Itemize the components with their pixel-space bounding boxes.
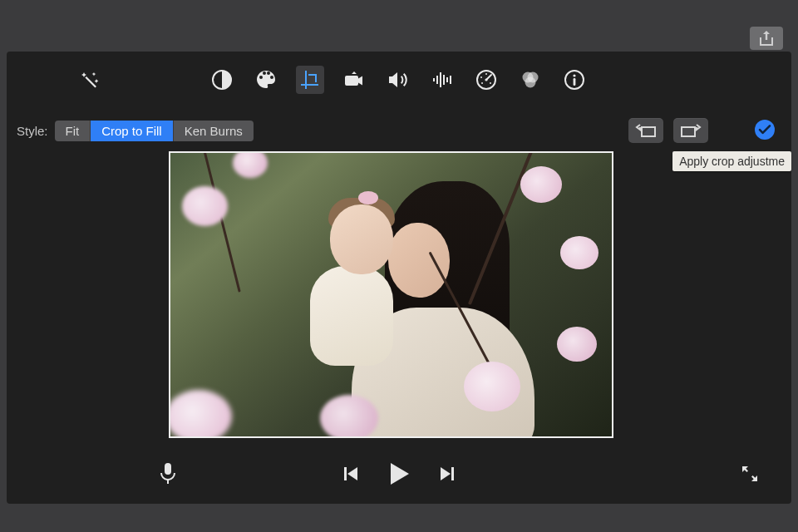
svg-rect-12 (574, 78, 576, 86)
svg-point-5 (490, 82, 491, 84)
style-segmented-control[interactable]: Fit Crop to Fill Ken Burns (55, 121, 254, 141)
color-filters-button[interactable] (516, 66, 544, 94)
video-camera-icon (344, 71, 364, 89)
inspector-panel: Style: Fit Crop to Fill Ken Burns Apply … (7, 52, 791, 504)
svg-rect-13 (642, 127, 655, 136)
voiceover-button[interactable] (160, 462, 176, 489)
equalizer-icon (431, 71, 453, 89)
preview-image (170, 153, 612, 436)
expand-icon (740, 464, 760, 484)
svg-point-6 (485, 73, 487, 75)
crop-button[interactable] (296, 66, 324, 94)
rotate-controls (628, 118, 708, 143)
playback-bar (7, 457, 791, 494)
svg-point-2 (485, 78, 487, 81)
share-icon (759, 30, 774, 47)
checkmark-circle-icon (754, 119, 776, 140)
speed-button[interactable] (472, 66, 500, 94)
svg-rect-16 (165, 463, 171, 475)
skip-forward-icon (439, 465, 457, 483)
auto-enhance-button[interactable] (78, 68, 101, 91)
magic-wand-icon (80, 70, 100, 90)
apply-crop-tooltip: Apply crop adjustme (672, 151, 791, 171)
style-label: Style: (17, 124, 48, 138)
speaker-icon (387, 71, 409, 89)
color-correction-button[interactable] (252, 66, 280, 94)
skip-back-icon (341, 465, 359, 483)
style-option-crop-to-fill[interactable]: Crop to Fill (91, 121, 174, 141)
speedometer-icon (475, 69, 497, 91)
preview-viewer[interactable] (169, 151, 613, 438)
play-button[interactable] (387, 461, 411, 490)
style-option-ken-burns[interactable]: Ken Burns (174, 121, 254, 141)
adjustment-toolbar (7, 62, 791, 98)
style-option-fit[interactable]: Fit (55, 121, 91, 141)
svg-rect-14 (682, 127, 695, 136)
volume-button[interactable] (384, 66, 412, 94)
previous-button[interactable] (341, 465, 359, 486)
play-icon (387, 461, 411, 486)
rotate-cw-icon (680, 122, 702, 139)
microphone-icon (160, 462, 176, 485)
svg-point-3 (480, 76, 482, 78)
info-button[interactable] (560, 66, 589, 94)
stabilization-button[interactable] (340, 66, 368, 94)
apply-crop-button[interactable] (753, 118, 776, 141)
rotate-ccw-button[interactable] (628, 118, 663, 143)
next-button[interactable] (439, 465, 457, 486)
share-button[interactable] (750, 27, 783, 50)
overlap-circles-icon (520, 69, 541, 91)
rotate-ccw-icon (635, 122, 657, 139)
noise-reduction-button[interactable] (428, 66, 456, 94)
crop-icon (299, 69, 321, 91)
rotate-cw-button[interactable] (673, 118, 708, 143)
info-icon (564, 69, 585, 91)
window-titlebar (0, 0, 798, 50)
contrast-icon (211, 69, 233, 91)
palette-icon (255, 69, 277, 91)
color-balance-button[interactable] (208, 66, 236, 94)
fullscreen-button[interactable] (740, 464, 760, 487)
svg-point-11 (573, 74, 575, 76)
svg-point-9 (525, 77, 536, 88)
style-bar: Style: Fit Crop to Fill Ken Burns (17, 121, 254, 141)
svg-point-4 (481, 82, 483, 84)
